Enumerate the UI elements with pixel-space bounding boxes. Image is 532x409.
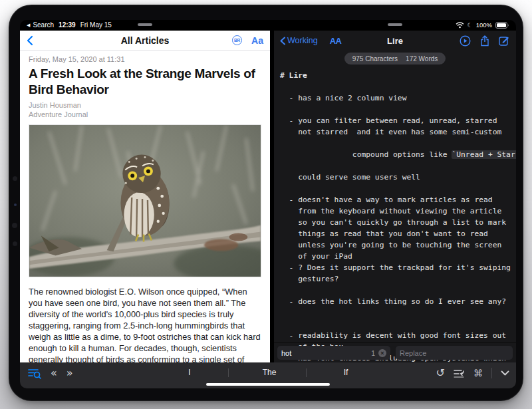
find-in-document-icon[interactable] (28, 368, 41, 379)
ipad-screen: ◀ Search 12:39 Fri May 15 ☾ 100% (20, 20, 516, 388)
text-size-button[interactable]: Aa (251, 35, 263, 46)
editor-lines-b: could serve some users well - doesn't ha… (280, 172, 516, 362)
camera-dot (13, 176, 17, 181)
undo-icon[interactable]: ↺ (436, 368, 445, 378)
markdown-editor[interactable]: # Lire - has a nice 2 column view - you … (274, 67, 516, 362)
editor-line[interactable]: - ? Does it support the trackpad for it'… (280, 262, 516, 273)
wifi-icon (456, 22, 464, 29)
find-query: hot (281, 349, 291, 357)
article-author: Justin Housman (29, 101, 261, 110)
article-image-owl (29, 124, 261, 277)
editor-line[interactable] (280, 81, 516, 92)
left-pane-drag-handle[interactable] (138, 23, 152, 26)
suggestion-divider (228, 368, 229, 377)
reader-pane: All Articles BR Aa Friday, May 15, 2020 … (20, 31, 270, 362)
camera-dot (13, 241, 17, 246)
editor-line[interactable]: - you can filter between read, unread, s… (280, 115, 516, 126)
back-to-app-label[interactable]: Search (33, 21, 54, 29)
right-pane-drag-handle[interactable] (388, 23, 402, 26)
clear-search-icon[interactable]: × (378, 349, 386, 357)
editor-line[interactable]: could serve some users well (280, 172, 516, 183)
editor-line[interactable]: gestures? (280, 273, 516, 285)
replace-placeholder: Replace (400, 349, 426, 357)
match-count: 1 (371, 349, 375, 357)
editor-line[interactable] (280, 183, 516, 194)
suggestion-divider (306, 368, 307, 377)
toolbar-divider (491, 368, 492, 378)
editor-line[interactable]: things as read that you don't want to re… (280, 228, 516, 239)
article-title: A Fresh Look at the Strange Marvels of B… (29, 66, 261, 98)
document-stats-pill: 975 Characters 172 Words (344, 53, 446, 65)
suggestion-2[interactable]: The (263, 368, 277, 377)
dismiss-keyboard-chevron-icon[interactable] (501, 370, 509, 376)
document-stats-row: 975 Characters 172 Words (274, 51, 516, 67)
editor-line[interactable] (280, 104, 516, 115)
editor-line[interactable] (280, 285, 516, 296)
code-line-prefix: compound options like (334, 150, 452, 159)
home-indicator[interactable] (206, 383, 330, 386)
editor-line[interactable]: - doesn't have a way to mark articles as… (280, 194, 516, 205)
editor-line[interactable]: from the keyboard without viewing the ar… (280, 205, 516, 217)
status-date: Fri May 15 (80, 21, 112, 29)
article-body: The renowned biologist E.O. Wilson once … (29, 286, 261, 362)
editor-nav-bar: Working AA Lire (274, 31, 516, 51)
reader-nav-bar: All Articles BR Aa (20, 31, 270, 51)
article-source: Adventure Journal (29, 110, 261, 120)
compose-icon[interactable] (499, 35, 509, 46)
preview-play-icon[interactable] (460, 35, 471, 47)
editor-line[interactable]: of your iPad (280, 251, 516, 262)
status-bar: ◀ Search 12:39 Fri May 15 ☾ 100% (20, 20, 516, 31)
next-match-icon[interactable]: » (66, 368, 73, 378)
find-input[interactable]: hot 1 × (277, 346, 390, 360)
editor-lines-a: # Lire - has a nice 2 column view - you … (280, 70, 516, 138)
article-date: Friday, May 15, 2020 at 11:31 (29, 55, 261, 63)
inline-code: `Unread + Starred` (452, 150, 516, 159)
ipad-device-frame: ◀ Search 12:39 Fri May 15 ☾ 100% (9, 5, 523, 401)
photo-backdrop: ◀ Search 12:39 Fri May 15 ☾ 100% (0, 0, 532, 409)
editor-line[interactable] (280, 319, 516, 330)
suggestion-1[interactable]: I (188, 368, 190, 377)
editor-line[interactable]: so you can't quickly go through a list t… (280, 217, 516, 228)
find-replace-bar: hot 1 × Replace (274, 342, 516, 362)
editor-line[interactable]: unless you're going to be touching the s… (280, 239, 516, 251)
share-icon[interactable] (480, 35, 489, 47)
battery-icon (495, 22, 509, 29)
replace-tool-icon[interactable] (454, 368, 465, 378)
editor-line-code[interactable]: compound options like `Unread + Starred`… (280, 138, 516, 172)
camera-dot (12, 223, 17, 228)
previous-match-icon[interactable]: « (51, 368, 57, 378)
sensor-dot (14, 204, 17, 206)
command-key-icon[interactable]: ⌘ (473, 368, 483, 378)
word-count: 172 Words (406, 55, 438, 63)
editor-line[interactable]: - has a nice 2 column view (280, 92, 516, 104)
editor-line[interactable]: - readability is decent with good font s… (280, 330, 516, 341)
article-view: Friday, May 15, 2020 at 11:31 A Fresh Lo… (20, 51, 270, 362)
moon-icon: ☾ (467, 22, 473, 29)
status-time: 12:39 (59, 21, 76, 29)
editor-line[interactable]: # Lire (280, 70, 516, 81)
back-to-app-icon[interactable]: ◀ (27, 23, 30, 28)
editor-line[interactable] (280, 307, 516, 319)
editor-pane: Working AA Lire (274, 31, 516, 362)
battery-percent: 100% (476, 21, 492, 29)
editor-line[interactable]: - does the hot links thing so do I ever … (280, 296, 516, 307)
replace-input[interactable]: Replace (396, 346, 513, 360)
suggestion-3[interactable]: If (344, 368, 348, 377)
character-count: 975 Characters (352, 55, 398, 63)
editor-line[interactable]: not starred and it even has some semi-cu… (280, 126, 516, 138)
bionic-reading-icon[interactable]: BR (232, 35, 242, 45)
